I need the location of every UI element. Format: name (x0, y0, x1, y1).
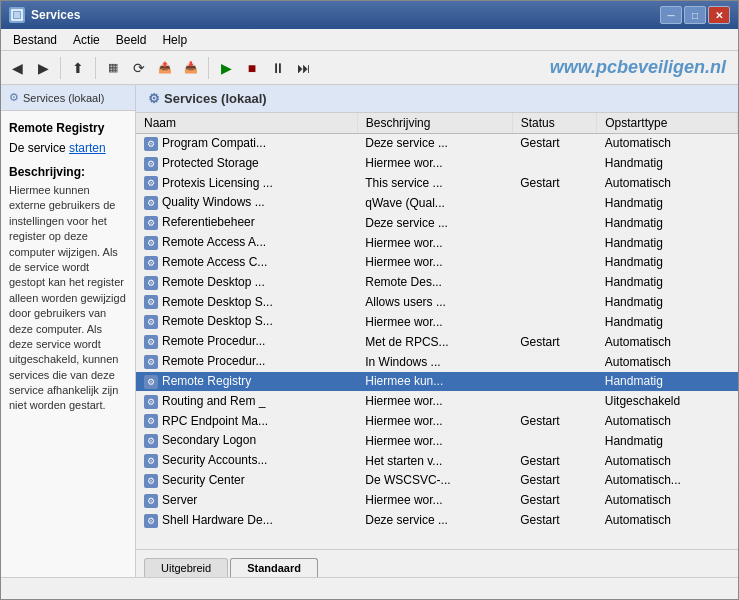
cell-status: Gestart (512, 510, 597, 530)
cell-startup: Handmatig (597, 153, 738, 173)
import-button[interactable]: 📥 (179, 56, 203, 80)
table-row[interactable]: Security Accounts...Het starten v...Gest… (136, 451, 738, 471)
toolbar: ◀ ▶ ⬆ ▦ ⟳ 📤 📥 ▶ ■ ⏸ ⏭ www.pcbeveiligen.n… (1, 51, 738, 85)
sidebar-icon: ⚙ (9, 91, 19, 104)
service-icon (144, 176, 158, 190)
cell-desc: Deze service ... (357, 510, 512, 530)
col-opstarttype[interactable]: Opstarttype (597, 113, 738, 134)
table-row[interactable]: Shell Hardware De...Deze service ...Gest… (136, 510, 738, 530)
table-row[interactable]: Protected StorageHiermee wor...Handmatig (136, 153, 738, 173)
bottom-tabs: Uitgebreid Standaard (136, 549, 738, 577)
table-row[interactable]: Remote Desktop S...Hiermee wor...Handmat… (136, 312, 738, 332)
cell-name: Remote Registry (136, 371, 357, 391)
service-icon (144, 276, 158, 290)
cell-status: Gestart (512, 411, 597, 431)
service-icon (144, 494, 158, 508)
cell-name: Secondary Logon (136, 431, 357, 451)
menu-bar: Bestand Actie Beeld Help (1, 29, 738, 51)
table-row[interactable]: Protexis Licensing ...This service ...Ge… (136, 173, 738, 193)
cell-status (512, 391, 597, 411)
cell-desc: In Windows ... (357, 352, 512, 372)
show-hide-button[interactable]: ▦ (101, 56, 125, 80)
menu-help[interactable]: Help (154, 31, 195, 49)
right-panel: ⚙ Services (lokaal) Naam Beschrijving St… (136, 85, 738, 577)
cell-status: Gestart (512, 451, 597, 471)
cell-name: Security Accounts... (136, 451, 357, 471)
cell-status (512, 193, 597, 213)
cell-name: Shell Hardware De... (136, 510, 357, 530)
panel-title: Services (lokaal) (164, 91, 267, 106)
watermark: www.pcbeveiligen.nl (550, 57, 734, 78)
minimize-button[interactable]: ─ (660, 6, 682, 24)
table-row[interactable]: RPC Endpoint Ma...Hiermee wor...GestartA… (136, 411, 738, 431)
main-window: Services ─ □ ✕ Bestand Actie Beeld Help … (0, 0, 739, 600)
table-row[interactable]: ReferentiebeheerDeze service ...Handmati… (136, 213, 738, 233)
col-naam[interactable]: Naam (136, 113, 357, 134)
table-row[interactable]: Routing and Rem _Hiermee wor...Uitgescha… (136, 391, 738, 411)
export-button[interactable]: 📤 (153, 56, 177, 80)
stop-button[interactable]: ■ (240, 56, 264, 80)
separator-2 (95, 57, 96, 79)
cell-name: RPC Endpoint Ma... (136, 411, 357, 431)
tab-uitgebreid[interactable]: Uitgebreid (144, 558, 228, 577)
cell-desc: Hiermee wor... (357, 411, 512, 431)
start-button[interactable]: ▶ (214, 56, 238, 80)
pause-button[interactable]: ⏸ (266, 56, 290, 80)
panel-header: ⚙ Services (lokaal) (136, 85, 738, 113)
table-row[interactable]: Remote Access A...Hiermee wor...Handmati… (136, 233, 738, 253)
table-row[interactable]: Remote Procedur...Met de RPCS...GestartA… (136, 332, 738, 352)
sidebar-start-link[interactable]: starten (69, 141, 106, 155)
service-icon (144, 375, 158, 389)
services-table-container[interactable]: Naam Beschrijving Status Opstarttype Pro… (136, 113, 738, 549)
cell-startup: Handmatig (597, 252, 738, 272)
cell-status (512, 371, 597, 391)
cell-name: Routing and Rem _ (136, 391, 357, 411)
cell-startup: Automatisch (597, 451, 738, 471)
service-icon (144, 454, 158, 468)
cell-status (512, 431, 597, 451)
table-row[interactable]: Remote Procedur...In Windows ...Automati… (136, 352, 738, 372)
table-row[interactable]: Remote Access C...Hiermee wor...Handmati… (136, 252, 738, 272)
table-row[interactable]: Program Compati...Deze service ...Gestar… (136, 134, 738, 154)
cell-name: Quality Windows ... (136, 193, 357, 213)
cell-status (512, 272, 597, 292)
back-button[interactable]: ◀ (5, 56, 29, 80)
resume-button[interactable]: ⏭ (292, 56, 316, 80)
refresh-button[interactable]: ⟳ (127, 56, 151, 80)
menu-bestand[interactable]: Bestand (5, 31, 65, 49)
table-row[interactable]: ServerHiermee wor...GestartAutomatisch (136, 490, 738, 510)
window-controls: ─ □ ✕ (660, 6, 730, 24)
cell-startup: Handmatig (597, 292, 738, 312)
table-row[interactable]: Security CenterDe WSCSVC-...GestartAutom… (136, 471, 738, 491)
col-status[interactable]: Status (512, 113, 597, 134)
cell-name: Remote Procedur... (136, 332, 357, 352)
window-icon (9, 7, 25, 23)
service-icon (144, 315, 158, 329)
forward-button[interactable]: ▶ (31, 56, 55, 80)
table-row[interactable]: Quality Windows ...qWave (Qual...Handmat… (136, 193, 738, 213)
table-row[interactable]: Remote Desktop S...Allows users ...Handm… (136, 292, 738, 312)
cell-desc: Het starten v... (357, 451, 512, 471)
table-row[interactable]: Remote Desktop ...Remote Des...Handmatig (136, 272, 738, 292)
service-icon (144, 295, 158, 309)
tab-standaard[interactable]: Standaard (230, 558, 318, 577)
up-button[interactable]: ⬆ (66, 56, 90, 80)
menu-beeld[interactable]: Beeld (108, 31, 155, 49)
close-button[interactable]: ✕ (708, 6, 730, 24)
cell-startup: Handmatig (597, 312, 738, 332)
maximize-button[interactable]: □ (684, 6, 706, 24)
service-icon (144, 137, 158, 151)
menu-actie[interactable]: Actie (65, 31, 108, 49)
service-icon (144, 196, 158, 210)
sidebar-link-line: De service starten (9, 141, 127, 155)
service-icon (144, 514, 158, 528)
table-row[interactable]: Secondary LogonHiermee wor...Handmatig (136, 431, 738, 451)
service-icon (144, 335, 158, 349)
cell-name: Referentiebeheer (136, 213, 357, 233)
cell-status: Gestart (512, 490, 597, 510)
col-beschrijving[interactable]: Beschrijving (357, 113, 512, 134)
separator-3 (208, 57, 209, 79)
table-row[interactable]: Remote RegistryHiermee kun...Handmatig (136, 371, 738, 391)
separator-1 (60, 57, 61, 79)
service-icon (144, 256, 158, 270)
